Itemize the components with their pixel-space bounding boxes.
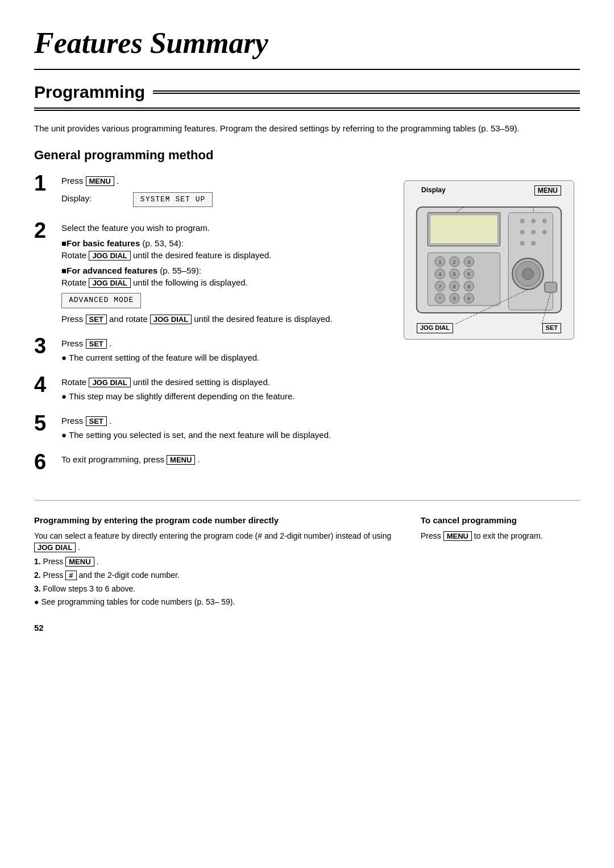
cancel-heading: To cancel programming — [421, 514, 580, 526]
sub-heading: General programming method — [34, 147, 580, 164]
svg-text:6: 6 — [467, 271, 470, 277]
section-heading: Programming — [34, 80, 580, 111]
bottom-section: Programming by entering the program code… — [34, 514, 580, 610]
jogdial-device-label: JOG DIAL — [417, 323, 453, 333]
svg-point-31 — [542, 218, 547, 223]
step-2: 2 Select the feature you wish to program… — [34, 222, 381, 327]
step-3-bullet: The current setting of the feature will … — [61, 352, 381, 363]
set-button-3: SET — [86, 339, 107, 349]
menu-button-label: MENU — [86, 176, 114, 186]
page-number: 52 — [34, 622, 580, 634]
svg-text:3: 3 — [467, 259, 470, 264]
steps-column: 1 Press MENU . Display: SYSTEM SET UP 2 … — [34, 175, 381, 483]
svg-text:4: 4 — [438, 271, 441, 277]
device-illustration: Display MENU JOG DIAL SET 1 2 3 — [404, 180, 574, 340]
svg-rect-40 — [545, 282, 557, 292]
svg-text:#: # — [467, 296, 470, 301]
display-device-label: Display — [421, 185, 446, 195]
step-1: 1 Press MENU . Display: SYSTEM SET UP — [34, 175, 381, 212]
basic-features-label: ■For basic features — [61, 238, 140, 248]
svg-text:7: 7 — [438, 284, 441, 290]
hash-bottom: # — [65, 571, 76, 580]
display-label: Display: — [61, 193, 97, 203]
step-6: 6 To exit programming, press MENU . — [34, 453, 381, 473]
svg-text:5: 5 — [453, 271, 456, 277]
svg-text:*: * — [439, 296, 441, 301]
svg-rect-2 — [430, 214, 497, 243]
jog-dial-4: JOG DIAL — [89, 378, 130, 387]
step-2-content: Select the feature you wish to program. … — [61, 222, 381, 327]
menu-bottom-1: MENU — [65, 557, 94, 567]
jogdial-inline-bottom: JOG DIAL — [34, 543, 76, 552]
bottom-right: To cancel programming Press MENU to exit… — [421, 514, 580, 610]
svg-point-29 — [520, 218, 525, 223]
step-5-bullet: The setting you selected is set, and the… — [61, 429, 381, 441]
step-3: 3 Press SET . The current setting of the… — [34, 337, 381, 366]
menu-device-label: MENU — [534, 185, 561, 196]
set-button-5: SET — [86, 416, 107, 426]
svg-text:0: 0 — [453, 296, 456, 301]
svg-point-32 — [520, 230, 525, 234]
section-divider — [34, 500, 580, 501]
svg-point-33 — [531, 230, 536, 234]
step-1-content: Press MENU . Display: SYSTEM SET UP — [61, 175, 381, 212]
svg-point-34 — [542, 230, 547, 234]
svg-point-36 — [531, 241, 536, 245]
jog-dial-label-2: JOG DIAL — [89, 278, 130, 288]
bottom-left: Programming by entering the program code… — [34, 514, 392, 610]
step-num-2: 2 — [34, 220, 55, 241]
bottom-step-2: 2. Press # and the 2-digit code number. — [34, 570, 392, 581]
step-5: 5 Press SET . The setting you selected i… — [34, 415, 381, 443]
svg-point-35 — [520, 241, 525, 245]
step-num-3: 3 — [34, 335, 55, 357]
step-4: 4 Rotate JOG DIAL until the desired sett… — [34, 376, 381, 404]
bottom-left-heading: Programming by entering the program code… — [34, 514, 392, 526]
svg-text:1: 1 — [438, 259, 441, 264]
step-num-1: 1 — [34, 172, 55, 194]
svg-text:8: 8 — [453, 284, 456, 290]
jog-dial-label-1: JOG DIAL — [89, 251, 130, 261]
step-num-4: 4 — [34, 374, 55, 395]
jog-dial-label-3: JOG DIAL — [150, 315, 192, 324]
svg-point-30 — [531, 218, 536, 223]
device-illustration-column: Display MENU JOG DIAL SET 1 2 3 — [404, 175, 580, 483]
menu-cancel: MENU — [443, 531, 472, 541]
display-value: SYSTEM SET UP — [133, 192, 213, 207]
set-device-label: SET — [542, 323, 561, 333]
svg-point-39 — [522, 268, 534, 279]
bottom-left-intro: You can select a feature by directly ent… — [34, 531, 392, 553]
advanced-features-label: ■For advanced features — [61, 266, 157, 275]
step-num-5: 5 — [34, 412, 55, 434]
step-4-content: Rotate JOG DIAL until the desired settin… — [61, 376, 381, 404]
advanced-mode-display: ADVANCED MODE — [61, 293, 141, 308]
svg-text:2: 2 — [453, 259, 456, 264]
menu-button-6: MENU — [167, 455, 195, 465]
svg-text:9: 9 — [467, 284, 470, 290]
device-svg: 1 2 3 4 5 6 7 8 9 * — [411, 188, 567, 332]
set-button-label-inline: SET — [86, 315, 107, 324]
bottom-step-3: 3. Follow steps 3 to 6 above. — [34, 584, 392, 595]
page-title: Features Summary — [34, 23, 580, 70]
intro-text: The unit provides various programming fe… — [34, 122, 580, 134]
step-6-content: To exit programming, press MENU . — [61, 453, 381, 468]
step-num-6: 6 — [34, 451, 55, 473]
bottom-step-1: 1. Press MENU . — [34, 556, 392, 568]
bottom-note: See programming tables for code numbers … — [34, 597, 392, 608]
step-4-bullet: This step may be slightly different depe… — [61, 390, 381, 402]
step-3-content: Press SET . The current setting of the f… — [61, 337, 381, 366]
cancel-text: Press MENU to exit the program. — [421, 531, 580, 542]
step-5-content: Press SET . The setting you selected is … — [61, 415, 381, 443]
